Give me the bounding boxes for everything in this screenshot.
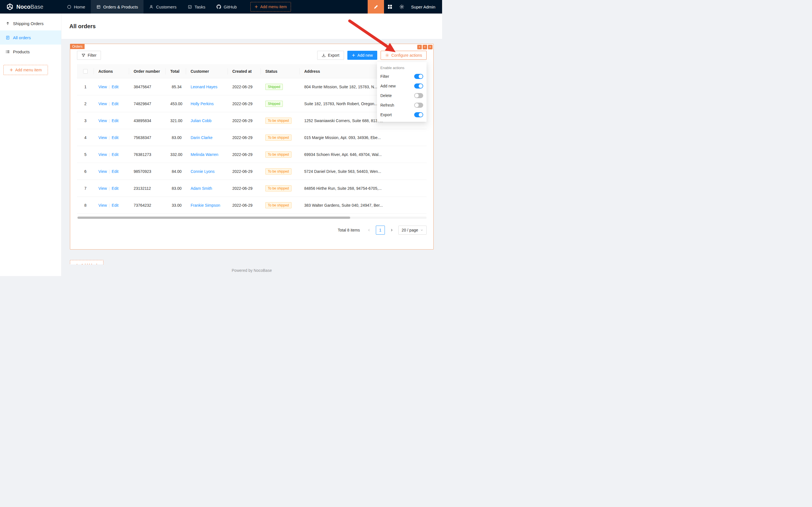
customer-cell: Frankie Simpson xyxy=(186,197,228,214)
nav-item-home[interactable]: Home xyxy=(61,0,91,13)
view-link[interactable]: View xyxy=(98,84,107,89)
sidebar-add-menu-item-button[interactable]: Add menu item xyxy=(3,65,48,75)
view-link[interactable]: View xyxy=(98,186,107,190)
table-row: 5ViewEdit76381273332.00Melinda Warren202… xyxy=(77,146,426,163)
status-cell: To be shipped xyxy=(261,197,300,214)
enable-action-item[interactable]: Delete xyxy=(377,91,426,100)
view-link[interactable]: View xyxy=(98,169,107,174)
horizontal-scrollbar-thumb[interactable] xyxy=(77,217,350,219)
nav-item-tasks[interactable]: Tasks xyxy=(182,0,211,13)
sidebar-item-products[interactable]: Products xyxy=(0,45,61,59)
plus-icon xyxy=(254,5,258,8)
enable-action-item[interactable]: Add new xyxy=(377,81,426,91)
customer-link[interactable]: Julian Cobb xyxy=(190,118,212,123)
status-badge: To be shipped xyxy=(265,134,292,141)
toggle-knob xyxy=(419,113,423,117)
nocobase-logo[interactable]: NocoBase xyxy=(0,3,61,10)
total-cell: 453.00 xyxy=(166,95,186,112)
customer-link[interactable]: Connie Lyons xyxy=(190,169,215,174)
actions-cell: ViewEdit xyxy=(94,163,129,180)
edit-link[interactable]: Edit xyxy=(112,186,118,190)
customer-link[interactable]: Frankie Simpson xyxy=(190,203,220,208)
settings-gear-icon[interactable] xyxy=(396,0,408,13)
customer-link[interactable]: Adam Smith xyxy=(190,186,212,190)
page-size-select[interactable]: 20 / page xyxy=(398,226,426,235)
status-cell: To be shipped xyxy=(261,163,300,180)
row-index: 2 xyxy=(77,95,94,112)
sidebar-item-all-orders[interactable]: All orders xyxy=(0,31,61,45)
sidebar-item-shipping-orders[interactable]: Shipping Orders xyxy=(0,16,61,31)
customer-cell: Holly Perkins xyxy=(186,95,228,112)
orders-icon xyxy=(97,5,101,9)
add-block-button[interactable]: Add block xyxy=(70,260,104,265)
select-all-checkbox[interactable] xyxy=(83,69,88,73)
toggle-switch[interactable] xyxy=(414,74,423,79)
enable-action-item[interactable]: Filter xyxy=(377,72,426,81)
customer-link[interactable]: Melinda Warren xyxy=(190,152,218,157)
view-link[interactable]: View xyxy=(98,203,107,208)
add-menu-item-label: Add menu item xyxy=(260,4,287,9)
add-column-icon[interactable]: + xyxy=(417,45,422,49)
add-block-icon[interactable]: + xyxy=(423,45,427,49)
column-header-actions: Actions xyxy=(94,64,129,78)
enable-actions-dropdown: Enable actions FilterAdd newDeleteRefres… xyxy=(377,62,426,122)
page-scroll-area[interactable]: Orders + + ≡ Filter xyxy=(61,39,442,265)
filter-button[interactable]: Filter xyxy=(77,51,101,60)
customer-link[interactable]: Darin Clarke xyxy=(190,135,213,140)
nav-item-customers[interactable]: Customers xyxy=(143,0,182,13)
edit-link[interactable]: Edit xyxy=(112,152,118,157)
actions-cell: ViewEdit xyxy=(94,95,129,112)
view-link[interactable]: View xyxy=(98,102,107,106)
toggle-switch[interactable] xyxy=(414,103,423,108)
main-content: All orders Orders + + ≡ Filter xyxy=(61,13,442,276)
plugins-grid-icon[interactable] xyxy=(384,0,396,13)
order-number-cell: 75638347 xyxy=(129,129,166,146)
edit-link[interactable]: Edit xyxy=(112,118,118,123)
enable-action-item[interactable]: Export xyxy=(377,110,426,120)
total-cell: 84.00 xyxy=(166,163,186,180)
pagination-page-1[interactable]: 1 xyxy=(376,226,385,235)
highlighter-icon xyxy=(373,4,379,9)
export-button[interactable]: Export xyxy=(317,51,344,60)
toggle-knob xyxy=(419,84,423,88)
toggle-switch[interactable] xyxy=(414,93,423,98)
navbar-add-menu-item-button[interactable]: Add menu item xyxy=(250,2,291,11)
toggle-switch[interactable] xyxy=(414,83,423,89)
export-label: Export xyxy=(328,53,339,58)
edit-link[interactable]: Edit xyxy=(112,102,118,106)
sidebar-item-label: Shipping Orders xyxy=(13,21,44,26)
add-new-button[interactable]: Add new xyxy=(347,51,377,60)
arrow-up-icon xyxy=(6,21,10,26)
toggle-switch[interactable] xyxy=(414,112,423,117)
edit-link[interactable]: Edit xyxy=(112,135,118,140)
block-menu-icon[interactable]: ≡ xyxy=(428,45,432,49)
pagination-next-button[interactable] xyxy=(387,226,396,235)
view-link[interactable]: View xyxy=(98,135,107,140)
address-cell: 84856 Hirthe Run, Suite 268, 94754-6705,… xyxy=(300,180,426,197)
configure-actions-button[interactable]: Configure actions xyxy=(381,51,426,60)
customer-link[interactable]: Leonard Hayes xyxy=(190,84,217,89)
order-number-cell: 73764232 xyxy=(129,197,166,214)
action-divider xyxy=(109,187,109,190)
select-all-header xyxy=(77,64,94,78)
edit-link[interactable]: Edit xyxy=(112,84,118,89)
customer-cell: Leonard Hayes xyxy=(186,78,228,95)
user-menu[interactable]: Super Admin xyxy=(408,4,442,9)
status-badge: Shipped xyxy=(265,84,283,90)
edit-link[interactable]: Edit xyxy=(112,203,118,208)
row-index: 1 xyxy=(77,78,94,95)
nav-item-github[interactable]: GitHub xyxy=(211,0,242,13)
nav-item-orders-products[interactable]: Orders & Products xyxy=(91,0,143,13)
view-link[interactable]: View xyxy=(98,118,107,123)
list-icon xyxy=(6,50,10,54)
row-index: 8 xyxy=(77,197,94,214)
edit-link[interactable]: Edit xyxy=(112,169,118,174)
customer-link[interactable]: Holly Perkins xyxy=(190,102,214,106)
view-link[interactable]: View xyxy=(98,152,107,157)
enable-action-item[interactable]: Refresh xyxy=(377,100,426,110)
ui-editor-button[interactable] xyxy=(368,0,384,13)
page-header: All orders xyxy=(61,13,442,39)
nav-item-label: Home xyxy=(74,4,85,9)
horizontal-scrollbar-track xyxy=(77,217,426,219)
pagination-prev-button[interactable] xyxy=(364,226,373,235)
